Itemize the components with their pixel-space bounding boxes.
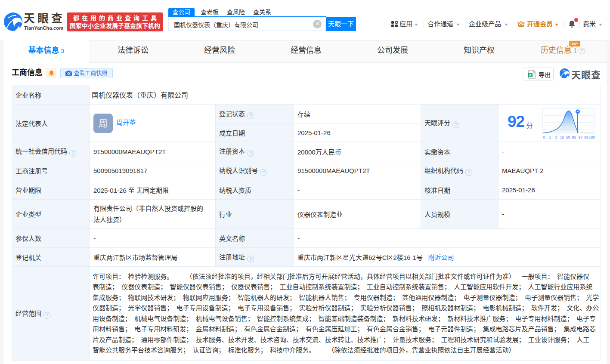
svg-text:97: 97 bbox=[579, 135, 583, 139]
svg-text:15: 15 bbox=[560, 135, 564, 139]
svg-text:99: 99 bbox=[584, 135, 588, 139]
svg-text:0: 0 bbox=[543, 135, 545, 139]
svg-text:100: 100 bbox=[589, 135, 595, 139]
svg-text:85: 85 bbox=[572, 135, 576, 139]
svg-text:50: 50 bbox=[566, 135, 570, 139]
svg-text:1: 1 bbox=[549, 135, 551, 139]
svg-text:3: 3 bbox=[555, 135, 557, 139]
